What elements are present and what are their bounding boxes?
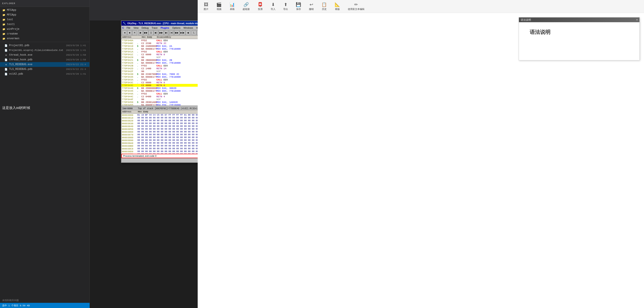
- pdb-file-icon: 📄: [4, 44, 8, 47]
- txt-file-icon: 📄: [4, 48, 8, 52]
- toolbar-image-btn[interactable]: 🖼 图片: [202, 1, 210, 12]
- exe-file-icon-selected: ⚙: [4, 63, 8, 66]
- video-label: 视频: [217, 7, 222, 11]
- image-icon: 🖼: [204, 2, 208, 7]
- toolbar-stop[interactable]: ■: [127, 30, 132, 35]
- chinese-label-text: 这是放入od的时候: [2, 106, 30, 110]
- toolbar-back2[interactable]: ◀: [186, 30, 190, 35]
- olly-logo: C: [122, 26, 124, 29]
- no-issues-label: 未找到相关问题: [2, 299, 19, 302]
- link-icon: 🔗: [244, 2, 249, 7]
- menu-debug[interactable]: Debug: [140, 26, 150, 29]
- history-icon: 📋: [322, 2, 327, 7]
- folder-icon: 📁: [2, 13, 6, 17]
- template-label: 模版: [335, 7, 340, 11]
- folder-icon: 📁: [2, 18, 6, 21]
- toolbar-run-fast[interactable]: ▶▶: [143, 30, 148, 35]
- undo-icon: ↩: [310, 2, 313, 7]
- menu-options[interactable]: Options: [171, 26, 182, 29]
- menu-view[interactable]: View: [132, 26, 140, 29]
- exe-file-icon: ⚙: [4, 53, 8, 57]
- toolbar-back[interactable]: ◄: [122, 30, 127, 35]
- grammar-title-text: 语法说明: [521, 18, 636, 22]
- richtext-label: 使用富文本编辑: [348, 7, 364, 11]
- file-project01-pdb[interactable]: 📄 Project01.pdb 2023/8/20 1:41: [0, 43, 90, 48]
- export-icon: ⬆: [284, 2, 288, 7]
- olly-app-icon: 🔧: [123, 22, 126, 25]
- video-icon: 🎬: [216, 2, 222, 7]
- history-label: 历史: [322, 7, 327, 11]
- right-panel: 🖼 图片 🎬 视频 📊 表格 🔗 超链接 📮 投票 ⬇ 导入 ⬆ 导出 💾: [198, 0, 644, 308]
- import-label: 导入: [271, 7, 276, 11]
- file-tls-redebug-pdb[interactable]: 📄 TLS_REDEBUG.pdb 2023/8/22 21:4: [0, 67, 90, 72]
- file-explorer: EXPLORER 📁 MFCApp 📁 MFCApp 📁 test 📁 test…: [0, 0, 90, 308]
- link-label: 超链接: [242, 7, 250, 11]
- menu-trace[interactable]: Trace: [150, 26, 159, 29]
- right-panel-toolbar: 🖼 图片 🎬 视频 📊 表格 🔗 超链接 📮 投票 ⬇ 导入 ⬆ 导出 💾: [198, 0, 644, 13]
- toolbar-step-into[interactable]: ▶|: [154, 30, 158, 35]
- toolbar-history-btn[interactable]: 📋 历史: [320, 1, 328, 12]
- folder-envermen[interactable]: 📁 envermen: [0, 36, 90, 41]
- folder-test[interactable]: 📁 test: [0, 17, 90, 22]
- pdb-file-icon-3: 📄: [4, 67, 8, 71]
- file-tls-redebug-exe[interactable]: ⚙ TLS_REDEBUG.exe 2023/8/22 21:4: [0, 62, 90, 67]
- section-footer: 未找到相关问题: [0, 298, 90, 303]
- toolbar-save-btn[interactable]: 💾 保存: [294, 1, 303, 12]
- folder-icon: 📁: [2, 32, 6, 36]
- save-label: 保存: [296, 7, 301, 11]
- vote-label: 投票: [258, 7, 263, 11]
- folder-winproje[interactable]: 📁 winProje: [0, 27, 90, 31]
- menu-windows[interactable]: Windows: [182, 26, 194, 29]
- pdb-file-icon-2: 📄: [4, 58, 8, 61]
- folder-mfcapp-1[interactable]: 📁 MFCApp: [0, 8, 90, 12]
- image-label: 图片: [204, 7, 208, 11]
- toolbar-vote-btn[interactable]: 📮 投票: [256, 1, 265, 12]
- export-label: 导出: [283, 7, 288, 11]
- toolbar-step-out[interactable]: ▶|: [164, 30, 169, 35]
- folder-creakme[interactable]: 📁 creakme: [0, 31, 90, 36]
- folder-icon: 📁: [2, 23, 6, 26]
- pdb-file-icon-4: 📄: [4, 72, 8, 76]
- toolbar-pause[interactable]: ||: [149, 30, 154, 35]
- import-icon: ⬇: [271, 2, 275, 7]
- toolbar-richtext-btn[interactable]: ✏ 使用富文本编辑: [346, 1, 366, 12]
- toolbar-table-btn[interactable]: 📊 表格: [228, 1, 236, 12]
- toolbar-trace-into[interactable]: ▶|▶: [180, 30, 185, 35]
- template-icon: 📐: [335, 2, 340, 7]
- richtext-icon: ✏: [354, 2, 358, 7]
- toolbar-close[interactable]: ✕: [132, 30, 137, 35]
- toolbar-video-btn[interactable]: 🎬 视频: [214, 1, 224, 12]
- chinese-label-panel: 这是放入od的时候: [0, 104, 43, 112]
- toolbar-trace-over[interactable]: ▶▶: [174, 30, 179, 35]
- syntax-title: 语法说明: [530, 29, 629, 36]
- grammar-close-btn[interactable]: ×: [636, 18, 638, 21]
- right-content-area: 语法说明: [519, 22, 640, 46]
- file-vc142-pdb[interactable]: 📄 vc142.pdb 2023/8/20 1:41: [0, 72, 90, 76]
- toolbar-run[interactable]: ▶: [138, 30, 143, 35]
- file-project01-txt[interactable]: 📄 Project01.vcxproj.FileListAbsolute.txt…: [0, 48, 90, 53]
- proc-terminated-text: Process terminated, exit code 0: [123, 155, 156, 157]
- toolbar-template-btn[interactable]: 📐 模版: [333, 1, 342, 12]
- explorer-status-bar: 选中 1 个项目 9.50 KB: [0, 303, 90, 308]
- explorer-header: EXPLORER: [0, 0, 90, 7]
- toolbar-export-btn[interactable]: ⬆ 导出: [282, 1, 290, 12]
- folder-test1[interactable]: 📁 test1: [0, 22, 90, 27]
- file-thread-hook-pdb[interactable]: 📄 thread_hook.pdb 2023/8/20 1:58: [0, 57, 90, 62]
- status-line-text: Imm=0008: [122, 107, 138, 110]
- folder-icon: 📁: [2, 27, 6, 31]
- menu-file[interactable]: File: [125, 26, 132, 29]
- table-label: 表格: [230, 7, 234, 11]
- file-thread-hook-exe[interactable]: ⚙ thread_hook.exe 2023/8/20 1:58: [0, 53, 90, 57]
- selection-status: 选中 1 个项目 9.50 KB: [2, 304, 30, 307]
- toolbar-import-btn[interactable]: ⬇ 导入: [269, 1, 277, 12]
- toolbar-link-btn[interactable]: 🔗 超链接: [241, 1, 252, 12]
- folder-mfcapp-2[interactable]: 📁 MFCApp: [0, 12, 90, 17]
- menu-plugins[interactable]: Plugins: [159, 26, 170, 29]
- toolbar-L[interactable]: L: [192, 30, 196, 35]
- toolbar-undo-btn[interactable]: ↩ 撤销: [307, 1, 316, 12]
- toolbar-animate[interactable]: |◄|: [169, 30, 174, 35]
- file-list: 📁 MFCApp 📁 MFCApp 📁 test 📁 test1 📁 winPr…: [0, 7, 90, 77]
- toolbar-step-over[interactable]: ▶▶: [158, 30, 164, 35]
- table-icon: 📊: [230, 2, 235, 7]
- vote-icon: 📮: [258, 2, 263, 7]
